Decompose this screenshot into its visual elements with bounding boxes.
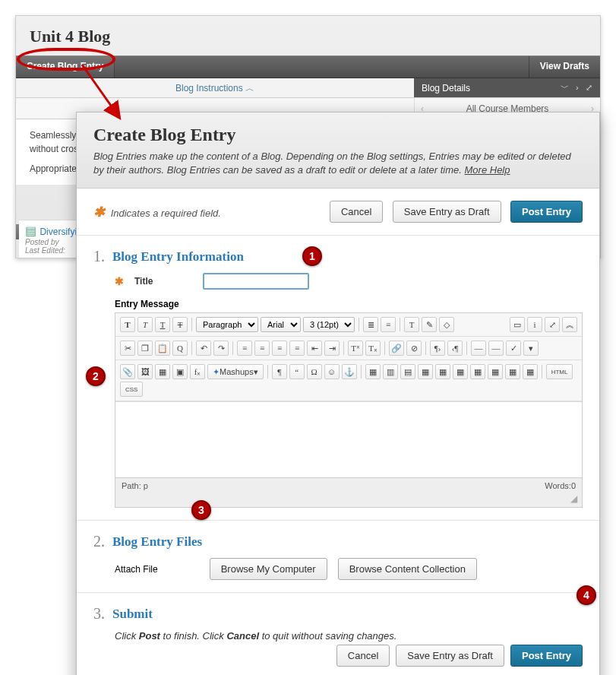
table-split-icon[interactable]: ▦ <box>523 364 538 379</box>
emoticon-icon[interactable]: ☺ <box>324 364 340 379</box>
cancel-button[interactable]: Cancel <box>330 201 383 223</box>
editor-toolbar-row-3: 📎 🖼 ▦ ▣ fₓ ✦ Mashups ▾ ¶ “ Ω ☺ ⚓ ▦ ▥ ▤ ▦ <box>115 360 582 401</box>
ltr-icon[interactable]: ¶› <box>430 341 445 356</box>
text-color-icon[interactable]: T <box>404 317 419 332</box>
modal-header: Create Blog Entry Blog Entries make up t… <box>77 112 599 189</box>
modal-description: Blog Entries make up the content of a Bl… <box>93 150 583 177</box>
superscript-icon[interactable]: Tˣ <box>348 341 363 356</box>
view-drafts-button[interactable]: View Drafts <box>529 56 600 78</box>
paste-icon[interactable]: 📋 <box>155 341 170 356</box>
nbsp-icon[interactable]: ― <box>488 341 504 356</box>
cut-icon[interactable]: ✂ <box>120 341 135 356</box>
table-icon[interactable]: ▦ <box>365 364 381 379</box>
save-draft-button[interactable]: Save Entry as Draft <box>396 645 504 667</box>
required-star-icon: ✱ <box>93 204 105 220</box>
browse-my-computer-button[interactable]: Browse My Computer <box>210 558 327 580</box>
table-delete-row-icon[interactable]: ▦ <box>453 364 468 379</box>
post-entry-button[interactable]: Post Entry <box>510 201 583 223</box>
annotation-badge-4: 4 <box>577 585 596 605</box>
bullet-list-icon[interactable]: ≣ <box>363 317 378 332</box>
rtl-icon[interactable]: ‹¶ <box>447 341 463 356</box>
align-right-icon[interactable]: ≡ <box>272 341 287 356</box>
subscript-icon[interactable]: Tₓ <box>365 341 381 356</box>
title-label: Title <box>134 276 153 287</box>
embed-icon[interactable]: ▣ <box>172 364 188 379</box>
html-view-button[interactable]: HTML <box>546 364 573 379</box>
table-merge-icon[interactable]: ▦ <box>505 364 520 379</box>
italic-icon[interactable]: T <box>137 317 153 332</box>
table-delete-col-icon[interactable]: ▦ <box>488 364 503 379</box>
align-left-icon[interactable]: ≡ <box>237 341 252 356</box>
paragraph-select[interactable]: Paragraph <box>196 317 258 332</box>
info-icon[interactable]: i <box>527 317 542 332</box>
resize-handle-icon[interactable]: ◢ <box>115 493 582 507</box>
strike-icon[interactable]: T <box>172 317 188 332</box>
align-justify-icon[interactable]: ≡ <box>289 341 305 356</box>
browse-content-collection-button[interactable]: Browse Content Collection <box>338 558 477 580</box>
modal-title: Create Blog Entry <box>93 125 583 145</box>
editor-toolbar-row-1: T T T T Paragraph Arial 3 (12pt) ≣ ≡ T ✎… <box>115 313 582 337</box>
align-center-icon[interactable]: ≡ <box>254 341 270 356</box>
table-col-icon[interactable]: ▤ <box>400 364 415 379</box>
step-3-section: 3. Submit Click Post to finish. Click Ca… <box>77 593 599 675</box>
chevron-up-icon: ︿ <box>245 83 254 93</box>
find-icon[interactable]: Q <box>172 341 188 356</box>
redo-icon[interactable]: ↷ <box>213 341 229 356</box>
table-row-icon[interactable]: ▥ <box>383 364 398 379</box>
expand-icon[interactable]: ⤢ <box>545 317 560 332</box>
underline-icon[interactable]: T <box>155 317 170 332</box>
annotation-arrow <box>82 65 128 125</box>
mashups-button[interactable]: ✦ Mashups ▾ <box>207 364 264 379</box>
attach-icon[interactable]: 📎 <box>120 364 135 379</box>
copy-icon[interactable]: ❐ <box>137 341 153 356</box>
cancel-button[interactable]: Cancel <box>336 645 390 667</box>
fx-icon[interactable]: fₓ <box>190 364 205 379</box>
symbol-icon[interactable]: Ω <box>307 364 322 379</box>
hr-icon[interactable]: — <box>471 341 486 356</box>
blog-instructions-toggle[interactable]: Blog Instructions ︿ <box>16 78 414 97</box>
required-and-actions: ✱ Indicates a required field. Cancel Sav… <box>77 189 599 236</box>
step-number: 3. <box>93 605 105 623</box>
number-list-icon[interactable]: ≡ <box>381 317 396 332</box>
editor-status-bar: Path: p Words:0 <box>115 477 582 493</box>
show-blocks-icon[interactable]: ¶ <box>272 364 287 379</box>
spellcheck-icon[interactable]: ✓ <box>506 341 521 356</box>
font-select[interactable]: Arial <box>261 317 301 332</box>
indent-icon[interactable]: ⇥ <box>324 341 340 356</box>
editor-textarea[interactable] <box>115 401 582 477</box>
table-insert-row-icon[interactable]: ▦ <box>435 364 450 379</box>
annotation-badge-1: 1 <box>302 246 322 266</box>
link-icon[interactable]: 🔗 <box>389 341 404 356</box>
fullscreen-icon[interactable]: ▭ <box>510 317 525 332</box>
image-icon[interactable]: 🖼 <box>137 364 153 379</box>
outdent-icon[interactable]: ⇤ <box>307 341 322 356</box>
attach-file-label: Attach File <box>115 564 158 575</box>
anchor-icon[interactable]: ⚓ <box>342 364 357 379</box>
expand-icon: ⤢ <box>586 83 592 92</box>
submit-instruction: Click Post to finish. Click Cancel to qu… <box>115 630 583 642</box>
bold-icon[interactable]: T <box>120 317 135 332</box>
table-cell-icon[interactable]: ▦ <box>418 364 433 379</box>
top-action-buttons: Cancel Save Entry as Draft Post Entry <box>324 201 583 223</box>
title-input[interactable] <box>203 273 309 290</box>
undo-icon[interactable]: ↶ <box>196 341 211 356</box>
page-title: Unit 4 Blog <box>16 16 600 55</box>
save-draft-button[interactable]: Save Entry as Draft <box>393 201 501 223</box>
size-select[interactable]: 3 (12pt) <box>303 317 355 332</box>
post-entry-button[interactable]: Post Entry <box>510 645 583 667</box>
quote-icon[interactable]: “ <box>289 364 305 379</box>
collapse-toolbar-icon[interactable]: ︽ <box>562 317 577 332</box>
css-view-button[interactable]: CSS <box>120 382 143 397</box>
symbol-dropdown-icon[interactable]: ▾ <box>523 341 539 356</box>
clear-format-icon[interactable]: ◇ <box>439 317 454 332</box>
step-2-section: 2. Blog Entry Files Attach File Browse M… <box>77 521 599 593</box>
entry-title-link[interactable]: Diversifyi <box>39 227 77 237</box>
unlink-icon[interactable]: ⊘ <box>406 341 422 356</box>
editor-toolbar-row-2: ✂ ❐ 📋 Q ↶ ↷ ≡ ≡ ≡ ≡ ⇤ ⇥ Tˣ Tₓ 🔗 ⊘ <box>115 337 582 360</box>
blog-details-toggle[interactable]: Blog Details ﹀ › ⤢ <box>414 78 600 97</box>
table-insert-col-icon[interactable]: ▦ <box>470 364 485 379</box>
more-help-link[interactable]: More Help <box>465 164 510 176</box>
chevron-down-icon: ﹀ <box>561 83 569 92</box>
media-icon[interactable]: ▦ <box>155 364 170 379</box>
highlight-icon[interactable]: ✎ <box>422 317 437 332</box>
